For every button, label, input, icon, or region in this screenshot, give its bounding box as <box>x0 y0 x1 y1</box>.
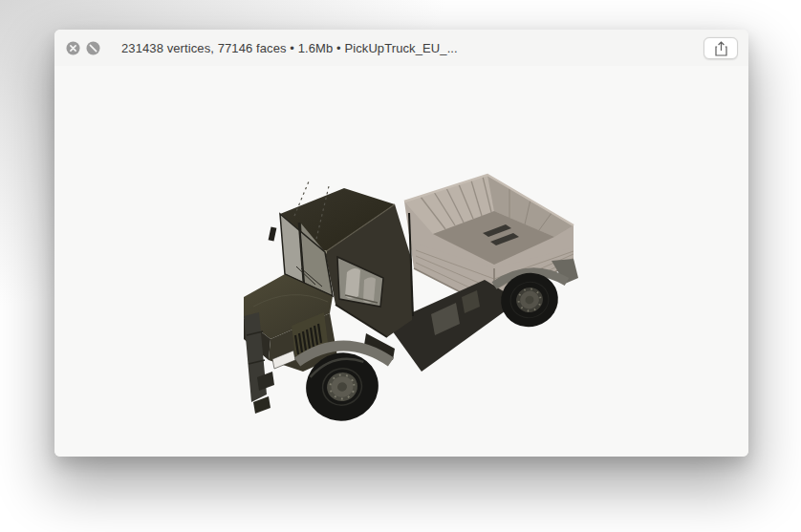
share-icon <box>715 41 727 56</box>
wing-mirror <box>269 227 277 242</box>
close-icon[interactable] <box>66 41 80 55</box>
quicklook-window: 231438 vertices, 77146 faces • 1.6Mb • P… <box>54 30 748 457</box>
truck-3d-model <box>244 173 578 426</box>
window-title: 231438 vertices, 77146 faces • 1.6Mb • P… <box>121 41 458 55</box>
share-button[interactable] <box>704 37 738 59</box>
titlebar[interactable]: 231438 vertices, 77146 faces • 1.6Mb • P… <box>54 30 748 66</box>
model-viewport[interactable] <box>54 66 748 457</box>
block-icon[interactable] <box>86 41 100 55</box>
